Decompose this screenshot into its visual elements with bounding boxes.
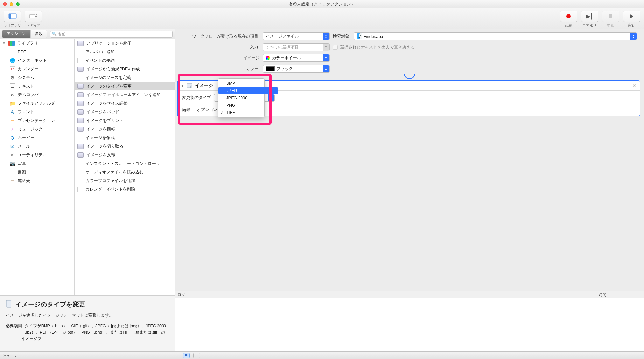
action-item[interactable]: イメージをパッド [75, 108, 175, 116]
dropdown-option[interactable]: PNG [218, 102, 264, 109]
action-icon [77, 67, 84, 72]
search-input[interactable] [50, 31, 173, 38]
stop-icon [609, 14, 612, 18]
category-item[interactable]: ▭テキスト [0, 82, 74, 90]
category-icon: ▭ [10, 178, 15, 184]
action-item[interactable]: イメージから新規PDFを作成 [75, 65, 175, 73]
library-icon [4, 11, 21, 22]
search-field[interactable] [50, 31, 173, 38]
input-select[interactable]: すべての選択項目 [263, 43, 330, 51]
category-icon: ▭ [10, 118, 15, 123]
record-button[interactable]: 記録 [559, 11, 578, 28]
category-item[interactable]: ✕デベロッパ [0, 90, 74, 99]
category-item[interactable]: 📷写真 [0, 159, 74, 168]
category-item[interactable]: ▭プレゼンテーション [0, 116, 74, 125]
library-tabs: アクション 変数 [0, 29, 175, 39]
action-item[interactable]: イメージを回転 [75, 125, 175, 133]
category-item[interactable]: Aフォント [0, 108, 74, 116]
tab-variables[interactable]: 変数 [31, 30, 47, 38]
connector-notch [404, 74, 415, 79]
log-column-header[interactable]: ログ [175, 291, 596, 298]
log-pane: ログ 時間 [175, 291, 644, 351]
category-icon: ✕ [10, 92, 15, 98]
category-item[interactable]: ♪ミュージック [0, 125, 74, 133]
category-item[interactable]: 17カレンダー [0, 65, 74, 73]
action-item[interactable]: アルバムに追加 [75, 47, 175, 56]
category-item[interactable]: ▭書類 [0, 168, 74, 176]
card-disclosure-icon[interactable]: ▼ [181, 84, 184, 88]
color-swatch [266, 66, 275, 71]
view-list-button[interactable]: ≣ [183, 353, 190, 358]
run-button[interactable]: 実行 [622, 11, 641, 28]
action-item[interactable]: カレンダーイベントを削除 [75, 185, 175, 194]
action-item[interactable]: イメージファイル…ールアイコンを追加 [75, 90, 175, 99]
replace-text-checkbox[interactable] [333, 45, 338, 50]
action-item[interactable]: カラープロファイルを追加 [75, 176, 175, 185]
step-icon: ▶┃ [586, 13, 594, 20]
action-icon [77, 92, 84, 97]
action-icon [77, 41, 84, 46]
step-button[interactable]: ▶┃ コマ送り [580, 11, 599, 28]
record-icon [566, 14, 571, 18]
action-item[interactable]: アプリケーションを終了 [75, 39, 175, 47]
library-root[interactable]: ▼ ライブラリ [0, 39, 74, 47]
card-action-icon [187, 83, 192, 88]
category-item[interactable]: Qムービー [0, 133, 74, 142]
category-item[interactable]: 📁ファイルとフォルダ [0, 99, 74, 108]
action-icon [77, 75, 83, 81]
category-item[interactable]: PDF [0, 47, 74, 56]
description-requirements: 必要項目: タイプがBMP（.bmp）、GIF（.gif）、JPEG（.jpgま… [6, 323, 169, 342]
receives-select[interactable]: イメージファイル [263, 32, 330, 40]
dropdown-option[interactable]: ✓TIFF [218, 109, 264, 116]
footer-toggle-icon[interactable]: ⌄ [14, 353, 18, 358]
card-results-tab[interactable]: 結果 [182, 107, 190, 113]
tab-actions[interactable]: アクション [2, 30, 31, 38]
action-item[interactable]: オーディオファイルを読み込む [75, 168, 175, 176]
category-list[interactable]: ▼ ライブラリ PDF🌐インターネット17カレンダー⚙システム▭テキスト✕デベロ… [0, 39, 75, 295]
dropdown-option[interactable]: JPEG 2000 [218, 94, 264, 102]
category-item[interactable]: ▭連絡先 [0, 176, 74, 185]
workflow-config: ワークフローが受け取る現在の項目: イメージファイル 検索対象: Finder.… [175, 29, 644, 74]
view-flow-button[interactable]: ☷ [193, 353, 200, 358]
category-item[interactable]: ⚙システム [0, 73, 74, 82]
action-item[interactable]: イメージを切り取る [75, 142, 175, 151]
color-select[interactable]: ブラック [263, 65, 330, 73]
action-icon [77, 152, 84, 158]
close-window-button[interactable] [3, 2, 7, 6]
action-item[interactable]: イベントの要約 [75, 56, 175, 65]
library-toolbar-button[interactable]: ライブラリ [3, 11, 22, 28]
action-item[interactable]: インスタント・ス…ョー・コントローラ [75, 159, 175, 168]
action-item[interactable]: イメージを作成 [75, 133, 175, 142]
action-icon [77, 135, 83, 141]
svg-rect-2 [30, 14, 35, 18]
action-item[interactable]: イメージを反転 [75, 151, 175, 159]
stop-button[interactable]: 中止 [601, 11, 620, 28]
action-item[interactable]: イメージのソースを定義 [75, 73, 175, 82]
type-dropdown-menu[interactable]: BMPJPEGJPEG 2000PNG✓TIFF [218, 78, 265, 117]
action-icon [77, 109, 84, 115]
zoom-window-button[interactable] [16, 2, 20, 6]
dropdown-option[interactable]: BMP [218, 80, 264, 87]
svg-point-3 [35, 16, 37, 18]
action-list[interactable]: アプリケーションを終了アルバムに追加イベントの要約イメージから新規PDFを作成イ… [75, 39, 175, 295]
category-item[interactable]: 🌐インターネット [0, 56, 74, 65]
search-in-select[interactable]: Finder.app [354, 32, 637, 40]
window-controls [3, 2, 20, 6]
svg-rect-1 [9, 14, 11, 19]
card-close-button[interactable]: ✕ [632, 83, 636, 88]
minimize-window-button[interactable] [10, 2, 13, 6]
image-select[interactable]: カラーホイール [263, 54, 330, 62]
media-toolbar-button[interactable]: メディア [24, 11, 43, 28]
disclosure-triangle-icon[interactable]: ▼ [3, 41, 6, 45]
library-icon [8, 41, 15, 46]
action-item[interactable]: イメージをサイズ調整 [75, 99, 175, 108]
action-icon [77, 127, 84, 132]
action-item[interactable]: イメージのタイプを変更 [75, 82, 175, 90]
category-item[interactable]: ✕ユーティリティ [0, 151, 74, 159]
time-column-header[interactable]: 時間 [596, 291, 644, 298]
card-options-tab[interactable]: オプション [197, 107, 217, 113]
action-item[interactable]: イメージをプリント [75, 116, 175, 125]
category-item[interactable]: ✉メール [0, 142, 74, 151]
dropdown-option[interactable]: JPEG [218, 87, 278, 94]
footer-gear-menu[interactable]: ✲▾ [3, 353, 9, 358]
